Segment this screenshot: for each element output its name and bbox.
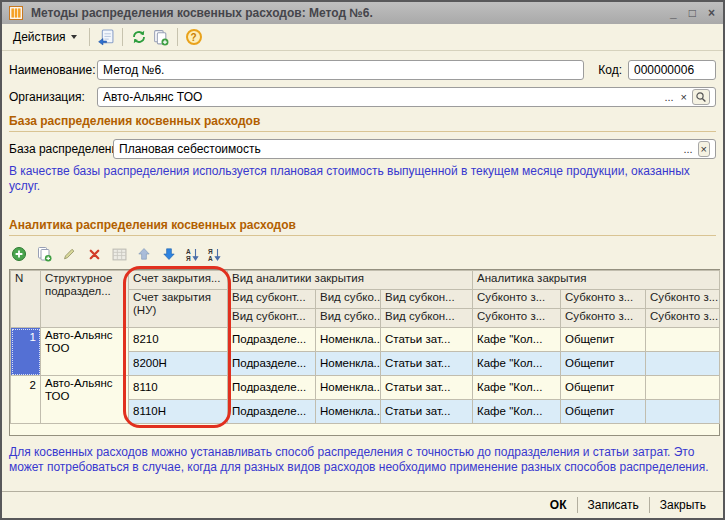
actions-menu-button[interactable]: Действия — [8, 28, 82, 46]
subkonto-cell[interactable] — [646, 328, 720, 352]
footer-hint-text: Для косвенных расходов можно устанавлива… — [9, 445, 714, 475]
organization-label: Организация: — [9, 90, 97, 104]
sort-descending-icon[interactable]: ЯА — [207, 247, 222, 262]
delete-row-icon[interactable] — [85, 245, 103, 263]
maximize-button[interactable]: □ — [689, 6, 696, 20]
col-header-subkonto-type-2-nu: Вид субко... — [316, 309, 381, 328]
subkonto-type-cell[interactable]: Подразделе... — [228, 328, 316, 352]
table-row[interactable]: 2 Авто-Альянс ТОО 8110 Подразделе... Ном… — [11, 376, 720, 400]
move-up-icon[interactable] — [135, 245, 153, 263]
subkonto-cell[interactable]: Кафе "Кол... — [473, 352, 561, 376]
subkonto-type-cell[interactable]: Номенкла... — [316, 400, 381, 424]
col-header-analytics-group: Аналитика закрытия — [473, 271, 720, 290]
analytics-section-title: Аналитика распределения косвенных расход… — [9, 218, 716, 236]
organization-input[interactable]: Авто-Альянс ТОО ... × — [97, 87, 716, 107]
close-account-cell[interactable]: 8210 — [129, 328, 228, 352]
col-header-subkonto-3-nu: Субконто з... — [646, 309, 720, 328]
close-account-cell[interactable]: 8110 — [129, 376, 228, 400]
ok-button[interactable]: ОК — [540, 496, 577, 514]
close-form-button[interactable]: Закрыть — [650, 496, 716, 514]
col-header-type-group: Вид аналитики закрытия — [228, 271, 473, 290]
subkonto-type-cell[interactable]: Статьи зат... — [381, 376, 473, 400]
actions-menu-label: Действия — [13, 30, 66, 44]
analytics-table-wrap: N Структурное подраздел... Счет закрытия… — [9, 269, 720, 436]
subkonto-cell[interactable]: Общепит — [561, 376, 646, 400]
spacer — [9, 194, 716, 215]
finish-edit-icon — [110, 245, 128, 263]
code-input[interactable]: 000000006 — [628, 60, 716, 80]
base-input[interactable]: Плановая себестоимость ... × — [113, 139, 716, 159]
move-down-icon[interactable] — [160, 245, 178, 263]
col-header-close-account-nu: Счет закрытия (НУ) — [129, 290, 228, 328]
copy-row-icon[interactable] — [35, 245, 53, 263]
col-header-subkonto-2-nu: Субконто з... — [561, 309, 646, 328]
organization-ellipsis-button[interactable]: ... — [662, 90, 675, 104]
sort-ascending-icon[interactable]: АЯ — [185, 247, 200, 262]
add-row-icon[interactable] — [10, 245, 28, 263]
subkonto-cell[interactable]: Общепит — [561, 400, 646, 424]
subkonto-cell[interactable] — [646, 352, 720, 376]
copy-new-icon[interactable] — [152, 28, 170, 46]
row-number-cell[interactable]: 2 — [11, 376, 41, 424]
header-row: N Структурное подраздел... Счет закрытия… — [11, 271, 720, 290]
svg-text:Я: Я — [186, 254, 191, 261]
subkonto-cell[interactable]: Общепит — [561, 328, 646, 352]
close-button[interactable]: × — [708, 6, 715, 20]
row-number-cell-selected[interactable]: 1 — [11, 328, 41, 376]
base-ellipsis-button[interactable]: ... — [681, 142, 694, 156]
table-toolbar: АЯ ЯА — [10, 243, 716, 265]
base-clear-button[interactable]: × — [698, 141, 710, 157]
close-account-nu-cell[interactable]: 8110Н — [129, 400, 228, 424]
subkonto-cell[interactable]: Кафе "Кол... — [473, 328, 561, 352]
subkonto-type-cell[interactable]: Номенкла... — [316, 352, 381, 376]
code-value: 000000006 — [634, 63, 694, 77]
subkonto-cell[interactable] — [646, 376, 720, 400]
edit-row-icon[interactable] — [60, 245, 78, 263]
organization-row: Организация: Авто-Альянс ТОО ... × — [9, 87, 716, 107]
base-row: База распределения: Плановая себестоимос… — [9, 139, 716, 159]
name-input[interactable]: Метод №6. — [97, 60, 584, 80]
subkonto-cell[interactable]: Кафе "Кол... — [473, 400, 561, 424]
department-cell[interactable]: Авто-Альянс ТОО — [41, 328, 129, 376]
col-header-n: N — [11, 271, 41, 328]
subkonto-cell[interactable] — [646, 400, 720, 424]
help-icon[interactable]: ? — [185, 28, 203, 46]
base-section-title: База распределения косвенных расходов — [9, 114, 716, 132]
chevron-down-icon — [71, 35, 77, 39]
base-hint-text: В качестве базы распределения использует… — [9, 164, 714, 194]
subkonto-cell[interactable]: Кафе "Кол... — [473, 376, 561, 400]
search-icon — [695, 91, 707, 103]
save-button[interactable]: Записать — [578, 496, 649, 514]
refresh-icon[interactable] — [130, 28, 148, 46]
table-empty-area[interactable] — [10, 424, 719, 435]
subkonto-cell[interactable]: Общепит — [561, 352, 646, 376]
toolbar-separator — [122, 28, 123, 46]
col-header-close-account: Счет закрытия... — [129, 271, 228, 290]
col-header-subkonto-type-2: Вид субко... — [316, 290, 381, 309]
organization-clear-button[interactable]: × — [679, 90, 689, 104]
analytics-table: N Структурное подраздел... Счет закрытия… — [10, 270, 720, 424]
organization-search-button[interactable] — [692, 89, 710, 105]
toolbar-separator — [89, 28, 90, 46]
subkonto-type-cell[interactable]: Статьи зат... — [381, 352, 473, 376]
svg-text:А: А — [208, 254, 213, 261]
subkonto-type-cell[interactable]: Статьи зат... — [381, 328, 473, 352]
subkonto-type-cell[interactable]: Номенкла... — [316, 328, 381, 352]
subkonto-type-cell[interactable]: Подразделе... — [228, 352, 316, 376]
title-bar: Методы распределения косвенных расходов:… — [2, 2, 723, 24]
subkonto-type-cell[interactable]: Статьи зат... — [381, 400, 473, 424]
table-row[interactable]: 1 Авто-Альянс ТОО 8210 Подразделе... Ном… — [11, 328, 720, 352]
close-account-nu-cell[interactable]: 8200Н — [129, 352, 228, 376]
col-header-department: Структурное подраздел... — [41, 271, 129, 328]
bottom-button-bar: ОК Записать Закрыть — [2, 491, 723, 518]
subkonto-type-cell[interactable]: Подразделе... — [228, 400, 316, 424]
minimize-button[interactable]: _ — [670, 6, 677, 20]
col-header-subkonto-1: Субконто з... — [473, 290, 561, 309]
department-cell[interactable]: Авто-Альянс ТОО — [41, 376, 129, 424]
subkonto-type-cell[interactable]: Номенкла... — [316, 376, 381, 400]
subkonto-type-cell[interactable]: Подразделе... — [228, 376, 316, 400]
window-icon — [7, 4, 25, 22]
col-header-subkonto-type-1-nu: Вид субконт... — [228, 309, 316, 328]
reread-icon[interactable] — [97, 28, 115, 46]
app-window: Методы распределения косвенных расходов:… — [0, 0, 725, 520]
